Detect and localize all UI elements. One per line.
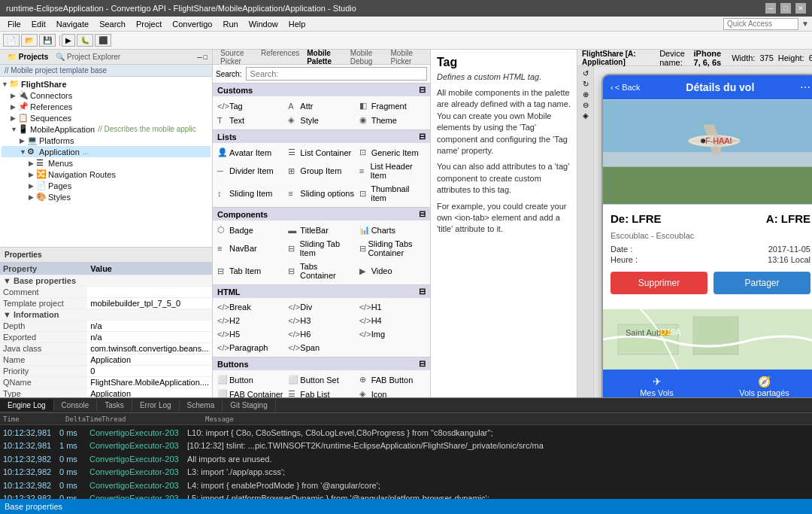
palette-item-theme[interactable]: ◉Theme [358,114,427,126]
tree-item-references[interactable]: ▶ 📌 References [2,101,211,112]
toolbar-new[interactable]: 📄 [3,34,20,47]
tree-item-connectors[interactable]: ▶ 🔌 Connectors [2,90,211,101]
prop-value-template[interactable]: mobilebuilder_tpl_7_5_0 [87,298,212,309]
palette-item-h5[interactable]: </>H5 [216,328,285,340]
tree-item-pages[interactable]: ▶ 📄 Pages [2,180,211,191]
palette-item-fab-container[interactable]: ⬜FAB Container [216,388,285,397]
phone-menu-button[interactable]: ⋯ [800,81,810,93]
device-ctrl-5[interactable]: ◈ [583,111,589,120]
log-tab-schema[interactable]: Schema [180,400,223,411]
palette-section-components-header[interactable]: Components ⊟ [213,208,430,221]
menu-file[interactable]: File [3,18,26,30]
toolbar-debug[interactable]: 🐛 [77,34,93,47]
props-row-template[interactable]: Template project mobilebuilder_tpl_7_5_0 [0,298,212,309]
tree-item-platforms[interactable]: ▶ 💻 Platforms [2,135,211,146]
device-ctrl-1[interactable]: ↺ [583,69,589,78]
phone-back-button[interactable]: ‹ < Back [611,83,641,92]
palette-item-style[interactable]: ◈Style [286,114,356,126]
palette-item-avatar[interactable]: 👤Avatar Item [216,146,285,159]
toolbar-save[interactable]: 💾 [39,34,56,47]
palette-section-buttons-header[interactable]: Buttons ⊟ [213,357,430,370]
palette-item-icon[interactable]: ◈Icon [358,388,427,397]
log-tab-error[interactable]: Error Log [132,400,180,411]
palette-item-group-item[interactable]: ⊞Group Item [286,160,356,181]
menu-search[interactable]: Search [95,18,130,30]
palette-item-attr[interactable]: AAttr [286,99,356,112]
tab-source-picker[interactable]: Source Picker [217,50,256,65]
palette-item-h1[interactable]: </>H1 [358,301,427,313]
tree-item-flightshare[interactable]: ▼ 📁 FlightShare [2,78,211,90]
tree-item-application[interactable]: ▼ ⚙ Application ... [2,146,211,157]
tab-mobile-palette[interactable]: Mobile Palette [304,50,346,65]
tab-project-explorer[interactable]: 🔍 Project Explorer [53,53,123,61]
palette-item-span[interactable]: </>Span [286,342,356,354]
device-ctrl-4[interactable]: ⊖ [583,101,589,109]
tree-item-styles[interactable]: ▶ 🎨 Styles [2,191,211,202]
palette-item-text[interactable]: TText [216,114,285,126]
palette-item-div[interactable]: </>Div [286,301,356,313]
palette-item-video[interactable]: ▶Video [358,260,427,281]
props-row-comment[interactable]: Comment [0,287,212,298]
palette-item-titlebar[interactable]: ▬TitleBar [286,224,356,236]
tab-references[interactable]: References [258,50,302,65]
palette-item-badge[interactable]: ⬡Badge [216,224,285,236]
device-ctrl-3[interactable]: ⊕ [583,90,589,99]
palette-item-button-set[interactable]: ⬜Button Set [286,373,356,386]
log-tab-tasks[interactable]: Tasks [97,400,132,411]
palette-item-charts[interactable]: 📊Charts [358,224,427,236]
palette-item-list-container[interactable]: ☰List Container [286,146,356,159]
palette-search-input[interactable] [246,67,427,81]
log-content-area[interactable]: 10:12:32,981 0 ms ConvertigoExecutor-203… [0,425,812,499]
palette-item-tabs-container[interactable]: ⊟Tabs Container [286,260,356,281]
tree-item-menus[interactable]: ▶ ☰ Menus [2,157,211,169]
palette-item-thumbnail[interactable]: ⊡Thumbnail item [358,183,427,204]
palette-item-fragment[interactable]: ◧Fragment [358,99,427,112]
device-ctrl-2[interactable]: ↻ [583,80,589,88]
tab-projects[interactable]: 📁 Projects [5,53,51,61]
footer-tab-mes-vols[interactable]: ✈ Mes Vols [603,370,710,397]
palette-item-break[interactable]: </>Break [216,301,285,313]
palette-item-sliding-item[interactable]: ↕Sliding Item [216,183,285,204]
palette-item-h3[interactable]: </>H3 [286,315,356,327]
menu-edit[interactable]: Edit [27,18,50,30]
palette-item-h4[interactable]: </>H4 [358,315,427,327]
palette-item-h2[interactable]: </>H2 [216,315,285,327]
tab-mobile-debug[interactable]: Mobile Debug [347,50,386,65]
tree-item-sequences[interactable]: ▶ 📋 Sequences [2,112,211,123]
palette-item-list-header[interactable]: ≡List Header Item [358,160,427,181]
palette-item-tag[interactable]: </>Tag [216,99,285,112]
palette-item-generic-item[interactable]: ⊡Generic Item [358,146,427,159]
projects-maximize-icon[interactable]: □ [204,53,208,61]
tree-item-mobileapp[interactable]: ▼ 📱 MobileApplication // Describes the m… [2,123,211,135]
menu-help[interactable]: Help [284,18,311,30]
minimize-button[interactable]: ─ [765,3,776,14]
delete-button[interactable]: Supprimer [611,272,707,294]
palette-item-fab-button[interactable]: ⊕FAB Button [358,373,427,386]
log-tab-git[interactable]: Git Staging [223,400,275,411]
tab-mobile-picker[interactable]: Mobile Picker [388,50,426,65]
palette-item-fab-list[interactable]: ☰Fab List [286,388,356,397]
close-button[interactable]: ✕ [795,3,806,14]
maximize-button[interactable]: □ [780,3,791,14]
menu-convertigo[interactable]: Convertigo [168,18,217,30]
palette-section-lists-header[interactable]: Lists ⊟ [213,130,430,143]
toolbar-open[interactable]: 📂 [21,34,38,47]
palette-item-divider[interactable]: ─Divider Item [216,160,285,181]
log-tab-engine[interactable]: Engine Log [0,400,54,411]
palette-item-navbar[interactable]: ≡NavBar [216,238,285,259]
share-button[interactable]: Partager [714,272,810,294]
palette-section-customs-header[interactable]: Customs ⊟ [213,84,430,96]
menu-run[interactable]: Run [218,18,242,30]
palette-item-sliding-tab-item[interactable]: ⊟Sliding Tab Item [286,238,356,259]
palette-item-img[interactable]: </>Img [358,328,427,340]
palette-item-h6[interactable]: </>H6 [286,328,356,340]
palette-item-sliding-options[interactable]: ≡Sliding options [286,183,356,204]
menu-project[interactable]: Project [132,18,166,30]
palette-item-sliding-tabs-container[interactable]: ⊟Sliding Tabs Container [358,238,427,259]
palette-item-paragraph[interactable]: </>Paragraph [216,342,285,354]
menu-navigate[interactable]: Navigate [52,18,93,30]
footer-tab-vols-partages[interactable]: 🧭 Vols partagés [710,370,812,397]
toolbar-stop[interactable]: ⬛ [95,34,111,47]
palette-item-tab-item[interactable]: ⊟Tab Item [216,260,285,281]
palette-section-html-header[interactable]: HTML ⊟ [213,285,430,298]
